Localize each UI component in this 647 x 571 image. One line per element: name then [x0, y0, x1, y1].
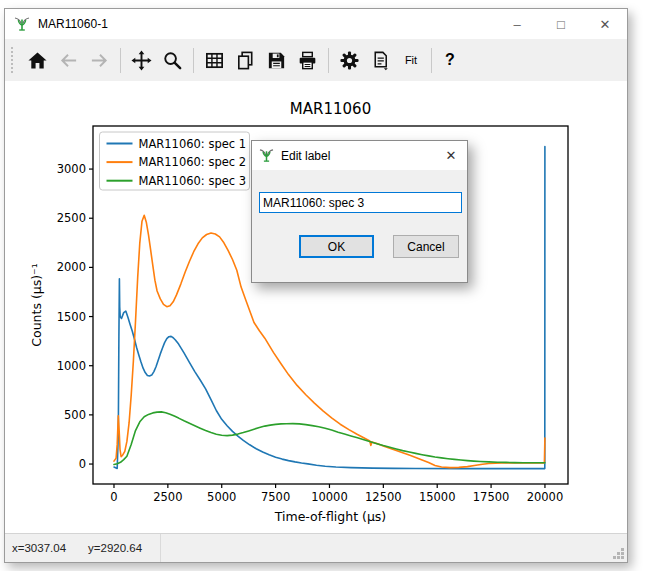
legend-entry-1[interactable]: MAR11060: spec 1	[139, 137, 247, 151]
help-button[interactable]: ?	[437, 45, 463, 76]
forward-arrow-icon	[89, 50, 110, 71]
gear-icon	[339, 50, 360, 71]
x-tick-label: 10000	[311, 490, 348, 504]
grid-icon	[204, 50, 225, 71]
resize-grip[interactable]	[612, 547, 625, 560]
print-icon	[297, 50, 318, 71]
dialog-titlebar[interactable]: Edit label ✕	[252, 141, 467, 170]
x-tick-label: 12500	[365, 490, 402, 504]
window-titlebar[interactable]: MAR11060-1 – □ ✕	[5, 9, 627, 39]
copy-button[interactable]	[230, 45, 261, 76]
legend-entry-3[interactable]: MAR11060: spec 3	[139, 174, 247, 188]
fit-button[interactable]: Fit	[396, 45, 426, 76]
plot-toolbar: Fit ?	[5, 39, 627, 81]
plot-window: MAR11060-1 – □ ✕	[4, 8, 628, 563]
magnifier-icon	[162, 50, 183, 71]
pan-button[interactable]	[126, 45, 157, 76]
zoom-to-rect-button[interactable]	[157, 45, 188, 76]
series-line-3[interactable]	[114, 412, 545, 465]
ok-button[interactable]: OK	[299, 235, 374, 258]
home-icon	[27, 50, 48, 71]
status-bar: x=3037.04 y=2920.64	[5, 533, 627, 562]
toolbar-separator	[328, 48, 329, 73]
toolbar-separator	[431, 48, 432, 73]
toolbar-separator	[120, 48, 121, 73]
y-tick-label: 1000	[57, 359, 86, 373]
save-button[interactable]	[261, 45, 292, 76]
cursor-x-readout: x=3037.04	[12, 542, 66, 554]
pan-icon	[131, 50, 152, 71]
y-tick-label: 0	[79, 457, 86, 471]
x-tick-label: 7500	[261, 490, 290, 504]
toolbar-separator	[193, 48, 194, 73]
script-icon	[370, 50, 391, 71]
x-tick-label: 17500	[473, 490, 510, 504]
statusbar-separator	[160, 534, 161, 562]
legend-entry-2[interactable]: MAR11060: spec 2	[139, 155, 247, 169]
x-tick-label: 0	[110, 490, 117, 504]
forward-button[interactable]	[84, 45, 115, 76]
y-axis-label[interactable]: Counts (μs)⁻¹	[29, 263, 44, 346]
customize-button[interactable]	[334, 45, 365, 76]
minimize-button[interactable]: –	[495, 9, 539, 39]
x-tick-label: 5000	[207, 490, 236, 504]
print-button[interactable]	[292, 45, 323, 76]
generate-script-button[interactable]	[365, 45, 396, 76]
dialog-title: Edit label	[281, 149, 330, 163]
back-arrow-icon	[58, 50, 79, 71]
x-axis-label[interactable]: Time-of-flight (μs)	[274, 509, 387, 524]
x-tick-label: 20000	[527, 490, 564, 504]
y-tick-label: 2500	[57, 211, 86, 225]
label-text-input[interactable]	[259, 192, 462, 213]
cancel-button[interactable]: Cancel	[393, 235, 459, 258]
x-tick-label: 15000	[419, 490, 456, 504]
y-tick-label: 3000	[57, 162, 86, 176]
back-button[interactable]	[53, 45, 84, 76]
save-icon	[266, 50, 287, 71]
toolbar-drag-handle[interactable]	[11, 47, 16, 73]
grid-subplots-button[interactable]	[199, 45, 230, 76]
y-tick-label: 2000	[57, 260, 86, 274]
x-tick-label: 2500	[153, 490, 182, 504]
cursor-y-readout: y=2920.64	[88, 542, 142, 554]
copy-icon	[235, 50, 256, 71]
chart-title[interactable]: MAR11060	[290, 100, 371, 118]
y-tick-label: 500	[64, 408, 86, 422]
screenshot-page: MAR11060-1 – □ ✕	[0, 0, 647, 571]
edit-label-dialog: Edit label ✕ OK Cancel	[251, 140, 468, 283]
close-button[interactable]: ✕	[583, 9, 627, 39]
mantid-logo-icon	[14, 16, 30, 32]
home-button[interactable]	[22, 45, 53, 76]
y-tick-label: 1500	[57, 310, 86, 324]
maximize-button[interactable]: □	[539, 9, 583, 39]
dialog-close-button[interactable]: ✕	[435, 141, 467, 170]
mantid-logo-icon	[259, 148, 274, 163]
window-title: MAR11060-1	[38, 17, 108, 31]
